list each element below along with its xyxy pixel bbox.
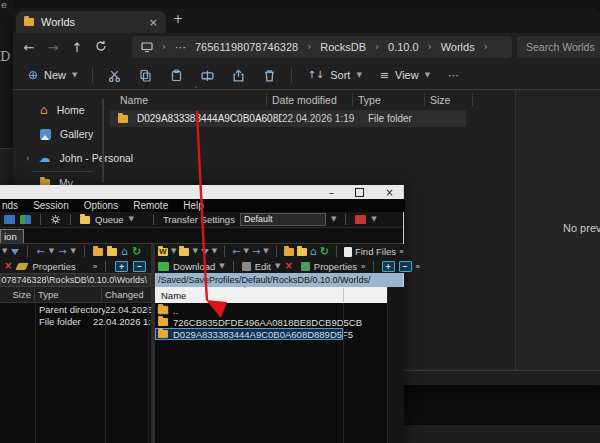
search-input[interactable]: Search Worlds bbox=[517, 36, 600, 58]
home-dir-icon[interactable]: ⌂ bbox=[310, 245, 317, 258]
rename-brush-icon[interactable] bbox=[295, 263, 298, 270]
refresh-icon[interactable] bbox=[89, 40, 113, 55]
drive-icon[interactable]: W bbox=[158, 248, 168, 256]
local-file-list[interactable]: Parent directory 22.04.2026 1: File fold… bbox=[0, 303, 151, 443]
refresh-icon[interactable]: ↻ bbox=[320, 245, 329, 258]
collapse-icon[interactable]: − bbox=[133, 261, 146, 272]
copy-button[interactable] bbox=[130, 69, 161, 82]
remote-row-up[interactable]: .. bbox=[155, 304, 387, 316]
chevron-down-icon[interactable]: ▼ bbox=[2, 248, 7, 255]
back-icon[interactable]: ← bbox=[232, 246, 240, 257]
chevron-down-icon[interactable]: ▼ bbox=[49, 248, 54, 255]
tab-close-icon[interactable]: × bbox=[149, 17, 158, 28]
column-header-type[interactable]: Type bbox=[358, 94, 381, 106]
expand-icon[interactable]: + bbox=[382, 261, 395, 272]
rename-brush-icon[interactable] bbox=[16, 263, 29, 270]
remote-row-folder-selected[interactable]: D029A833383444A9C0B0A608D889D5F5 bbox=[155, 328, 343, 340]
local-properties-button[interactable]: Properties bbox=[32, 261, 75, 272]
chevron-down-icon[interactable]: ▼ bbox=[371, 216, 376, 223]
toolbar-overflow-icon[interactable]: » bbox=[416, 262, 419, 271]
chevron-down-icon[interactable]: ▼ bbox=[244, 248, 249, 255]
menu-item-session[interactable]: Session bbox=[33, 200, 69, 211]
chevron-down-icon[interactable]: ▼ bbox=[171, 248, 176, 255]
panels-icon[interactable] bbox=[20, 215, 31, 224]
breadcrumb-item[interactable]: Worlds bbox=[441, 41, 475, 53]
remote-row-folder[interactable]: 726CB835DFDE496AA0818BE8DCB9D5CB bbox=[155, 316, 387, 328]
forward-icon[interactable]: → bbox=[252, 246, 260, 257]
rename-button[interactable] bbox=[192, 69, 223, 82]
local-column-type[interactable]: Type bbox=[38, 289, 101, 300]
up-icon[interactable]: ↑ bbox=[65, 41, 89, 54]
chevron-down-icon[interactable]: ▼ bbox=[71, 248, 76, 255]
chevron-down-icon[interactable]: ▼ bbox=[331, 216, 336, 223]
column-header-name[interactable]: Name bbox=[120, 94, 148, 106]
parent-dir-icon[interactable] bbox=[284, 248, 294, 256]
open-dir-icon[interactable] bbox=[179, 248, 189, 256]
breadcrumb-item[interactable]: RocksDB bbox=[320, 41, 366, 53]
toolbar-overflow-icon[interactable]: » bbox=[93, 262, 96, 271]
menu-item-commands[interactable]: nds bbox=[2, 200, 18, 211]
expander-chevron-icon[interactable]: › bbox=[26, 154, 30, 163]
chevron-down-icon[interactable]: ▼ bbox=[192, 248, 197, 255]
sort-button[interactable]: ↑↓ Sort ▼ bbox=[298, 69, 370, 81]
edit-button[interactable]: Edit bbox=[255, 261, 271, 272]
collapse-icon[interactable]: − bbox=[399, 261, 412, 272]
forward-icon[interactable]: → bbox=[58, 246, 66, 257]
breadcrumb-item[interactable]: 76561198078746328 bbox=[195, 41, 298, 53]
chevron-down-icon[interactable]: ▼ bbox=[275, 263, 280, 270]
menu-item-options[interactable]: Options bbox=[84, 200, 118, 211]
column-header-size[interactable]: Size bbox=[430, 94, 450, 106]
local-row-folder[interactable]: File folder 22.04.2026 1: bbox=[0, 315, 151, 327]
file-row-selected[interactable]: D029A833383444A9C0B0A608D889D5F5 22.04.2… bbox=[110, 110, 466, 127]
expand-icon[interactable]: + bbox=[115, 261, 128, 272]
forward-icon[interactable]: → bbox=[41, 41, 65, 54]
sidebar-item-home[interactable]: ⌂ Home bbox=[40, 104, 85, 116]
breadcrumb-ellipsis[interactable]: ⋯ bbox=[175, 42, 186, 53]
maximize-icon[interactable] bbox=[354, 187, 365, 198]
transfer-settings-dropdown[interactable]: Default bbox=[240, 213, 326, 226]
back-icon[interactable]: ← bbox=[36, 246, 44, 257]
column-header-date-modified[interactable]: Date modified bbox=[272, 94, 337, 106]
local-column-size[interactable]: Size bbox=[0, 289, 31, 300]
menu-item-help[interactable]: Help bbox=[183, 200, 204, 211]
queue-button[interactable]: Queue bbox=[95, 214, 124, 225]
transfer-preset-icon[interactable] bbox=[355, 215, 366, 224]
remote-properties-button[interactable]: Properties bbox=[314, 261, 357, 272]
delete-button[interactable] bbox=[254, 69, 285, 82]
local-row-parent[interactable]: Parent directory 22.04.2026 1: bbox=[0, 303, 151, 315]
remote-scroll-gutter[interactable] bbox=[387, 287, 404, 443]
delete-icon[interactable]: × bbox=[4, 261, 12, 271]
breadcrumb[interactable]: › ⋯ 76561198078746328 › RocksDB › 0.10.0… bbox=[132, 36, 512, 58]
menu-item-remote[interactable]: Remote bbox=[133, 200, 168, 211]
minimize-icon[interactable]: – bbox=[326, 187, 337, 198]
filter-icon[interactable] bbox=[201, 249, 209, 255]
sidebar-item-onedrive[interactable]: › ☁ John - Personal bbox=[26, 152, 133, 164]
chevron-down-icon[interactable]: ▼ bbox=[129, 216, 134, 223]
remote-path-bar[interactable]: /Saved/SaveProfiles/Default/RocksDB/0.10… bbox=[155, 273, 403, 287]
cut-button[interactable] bbox=[99, 69, 130, 82]
goto-dir-icon[interactable] bbox=[297, 248, 307, 256]
home-dir-icon[interactable]: ⌂ bbox=[121, 245, 128, 258]
download-button[interactable]: Download bbox=[173, 261, 215, 272]
preferences-gear-icon[interactable] bbox=[50, 214, 61, 225]
breadcrumb-item[interactable]: 0.10.0 bbox=[388, 41, 419, 53]
toolbar-overflow-icon[interactable]: » bbox=[399, 247, 402, 256]
remote-file-list[interactable]: .. 726CB835DFDE496AA0818BE8DCB9D5CB D029… bbox=[155, 303, 387, 443]
paste-button[interactable] bbox=[161, 69, 192, 82]
local-column-changed[interactable]: Changed bbox=[105, 289, 144, 300]
more-options-icon[interactable]: ⋯ bbox=[439, 70, 468, 81]
explorer-tab-worlds[interactable]: Worlds × bbox=[16, 11, 166, 33]
chevron-down-icon[interactable]: ▼ bbox=[219, 263, 224, 270]
share-button[interactable] bbox=[223, 69, 254, 82]
close-icon[interactable]: × bbox=[384, 187, 395, 198]
winscp-titlebar[interactable]: – × bbox=[0, 185, 403, 199]
toolbar-overflow-icon[interactable]: » bbox=[361, 262, 364, 271]
remote-column-name[interactable]: Name bbox=[161, 290, 186, 301]
find-files-button[interactable]: Find Files bbox=[355, 246, 396, 257]
sidebar-item-gallery[interactable]: Gallery bbox=[40, 128, 93, 140]
local-path-bar[interactable]: 6561198078746328\RocksDB\0.10.0\Worlds\ bbox=[0, 273, 151, 287]
back-icon[interactable]: ← bbox=[17, 41, 41, 54]
open-dir-icon[interactable] bbox=[107, 248, 117, 256]
new-button[interactable]: ⊕ New ▼ bbox=[19, 69, 86, 81]
session-tab[interactable]: ion bbox=[0, 229, 24, 243]
